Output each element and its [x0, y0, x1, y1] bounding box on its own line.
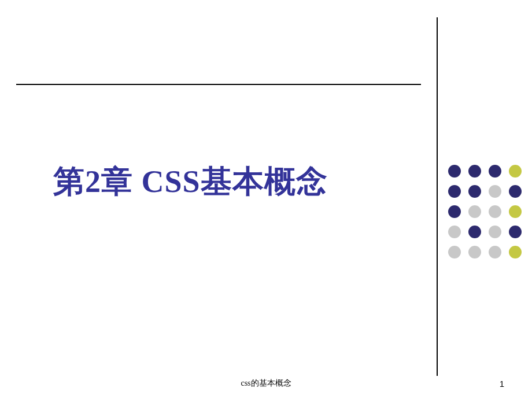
dot-icon [468, 226, 481, 238]
dot-icon [509, 246, 522, 258]
page-number: 1 [500, 379, 504, 389]
dot-icon [509, 226, 522, 238]
dot-icon [448, 246, 461, 258]
dot-icon [468, 246, 481, 258]
horizontal-divider [16, 84, 421, 85]
dot-icon [489, 205, 501, 218]
dot-icon [489, 165, 501, 178]
slide-container: 第2章 CSS基本概念 css的基本概念 1 [0, 0, 532, 399]
dot-icon [509, 185, 522, 198]
dot-icon [468, 165, 481, 178]
dot-icon [448, 226, 461, 238]
dot-icon [489, 185, 501, 198]
slide-title: 第2章 CSS基本概念 [53, 161, 328, 203]
dot-icon [509, 165, 522, 178]
dot-icon [468, 205, 481, 218]
vertical-divider [437, 17, 438, 376]
dot-icon [509, 205, 522, 218]
decorative-dots-grid [448, 165, 526, 263]
dot-icon [489, 246, 501, 258]
slide-footer: css的基本概念 [241, 378, 291, 389]
dot-icon [448, 165, 461, 178]
dot-icon [489, 226, 501, 238]
dot-icon [468, 185, 481, 198]
dot-icon [448, 185, 461, 198]
dot-icon [448, 205, 461, 218]
